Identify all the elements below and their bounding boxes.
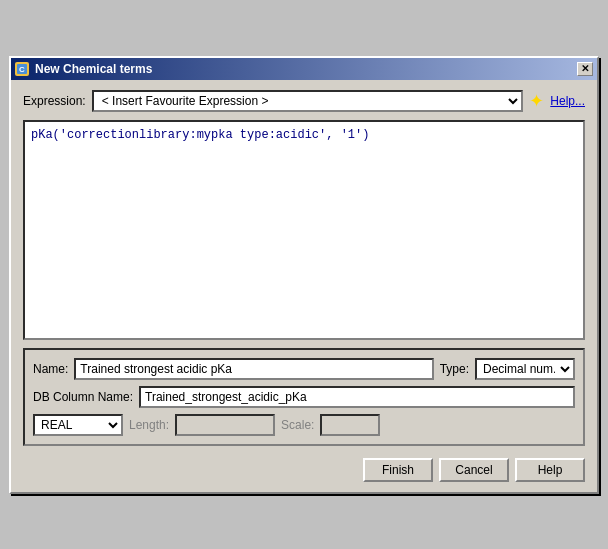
svg-text:C: C — [19, 65, 25, 74]
length-input — [175, 414, 275, 436]
title-bar: C New Chemical terms ✕ — [11, 58, 597, 80]
expression-label: Expression: — [23, 94, 86, 108]
expression-select-wrapper: < Insert Favourite Expression > — [92, 90, 524, 112]
type-label: Type: — [440, 362, 469, 376]
code-content: pKa('correctionlibrary:mypka type:acidic… — [31, 128, 369, 142]
name-type-row: Name: Type: Decimal num... — [33, 358, 575, 380]
scale-input — [320, 414, 380, 436]
db-column-label: DB Column Name: — [33, 390, 133, 404]
title-bar-left: C New Chemical terms — [15, 62, 152, 76]
code-editor[interactable]: pKa('correctionlibrary:mypka type:acidic… — [23, 120, 585, 340]
real-length-scale-row: REAL Length: Scale: — [33, 414, 575, 436]
help-link[interactable]: Help... — [550, 94, 585, 108]
db-column-input[interactable] — [139, 386, 575, 408]
help-button[interactable]: Help — [515, 458, 585, 482]
window-body: Expression: < Insert Favourite Expressio… — [11, 80, 597, 492]
expression-select[interactable]: < Insert Favourite Expression > — [92, 90, 524, 112]
cancel-button[interactable]: Cancel — [439, 458, 509, 482]
name-input[interactable] — [74, 358, 433, 380]
real-select-wrapper: REAL — [33, 414, 123, 436]
favourite-star-icon[interactable]: ✦ — [529, 92, 544, 110]
finish-button[interactable]: Finish — [363, 458, 433, 482]
close-button[interactable]: ✕ — [577, 62, 593, 76]
name-label: Name: — [33, 362, 68, 376]
buttons-row: Finish Cancel Help — [23, 454, 585, 482]
type-select-wrapper: Decimal num... — [475, 358, 575, 380]
length-label: Length: — [129, 418, 169, 432]
type-select[interactable]: Decimal num... — [475, 358, 575, 380]
main-window: C New Chemical terms ✕ Expression: < Ins… — [9, 56, 599, 494]
window-title: New Chemical terms — [35, 62, 152, 76]
window-icon: C — [15, 62, 29, 76]
expression-row: Expression: < Insert Favourite Expressio… — [23, 90, 585, 112]
db-column-row: DB Column Name: — [33, 386, 575, 408]
scale-label: Scale: — [281, 418, 314, 432]
real-select[interactable]: REAL — [33, 414, 123, 436]
fields-section: Name: Type: Decimal num... DB Column Nam… — [23, 348, 585, 446]
